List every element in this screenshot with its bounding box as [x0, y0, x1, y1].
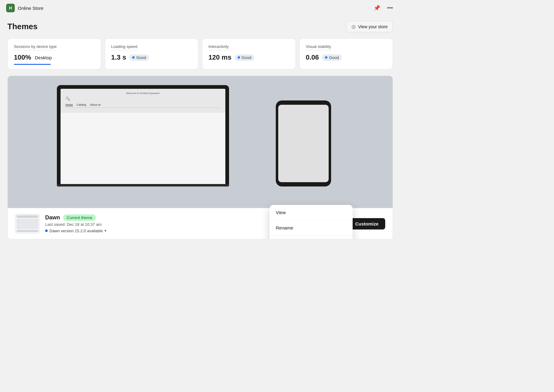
top-nav: H Online Store 📌 •••	[0, 0, 400, 16]
loading-status-dot	[132, 56, 135, 59]
screen-store-title: Welcome to Portland Eyewear!	[65, 92, 220, 95]
interactivity-status-badge: Good	[235, 54, 255, 61]
sessions-progress-bar	[14, 64, 51, 65]
nav-left: H Online Store	[6, 4, 43, 12]
view-store-label: View your store	[358, 24, 388, 29]
screen-url-bar: 🔍	[65, 96, 220, 101]
loading-status-badge: Good	[129, 54, 149, 61]
thumb-header	[17, 215, 38, 218]
thumb-body	[17, 219, 38, 229]
laptop-base	[57, 184, 229, 186]
metric-card-interactivity: Interactivity 120 ms Good	[202, 38, 296, 69]
metric-value-loading: 1.3 s	[111, 53, 126, 61]
metric-value-row-sessions: 100% Desktop	[14, 53, 95, 61]
metrics-row: Sessions by device type 100% Desktop Loa…	[0, 38, 400, 76]
dropdown-item-view[interactable]: View	[270, 205, 353, 220]
sessions-progress-fill	[14, 64, 51, 65]
visual-status-badge: Good	[322, 54, 342, 61]
eye-icon: ◎	[351, 24, 356, 29]
page-title: Themes	[7, 22, 38, 31]
screen-search-icon: 🔍	[65, 96, 70, 101]
visual-status-label: Good	[329, 55, 339, 60]
theme-version-text: Dawn version 15.2.0 available	[49, 229, 103, 233]
metric-label-visual: Visual stability	[306, 44, 331, 50]
theme-preview: Welcome to Portland Eyewear! 🔍 Home Cata…	[8, 76, 393, 208]
version-dot	[45, 229, 48, 232]
metric-card-loading: Loading speed 1.3 s Good	[105, 38, 199, 69]
page-header: Themes ◎ View your store	[0, 16, 400, 38]
metric-value-row-visual: 0.06 Good	[306, 53, 387, 61]
metric-value-sessions: 100%	[14, 53, 31, 61]
metric-value-row-interactivity: 120 ms Good	[208, 53, 289, 61]
customize-button[interactable]: Customize	[348, 218, 385, 229]
dropdown-item-rename[interactable]: Rename	[270, 220, 353, 236]
loading-status-label: Good	[136, 55, 146, 60]
more-options-button[interactable]: •••	[386, 4, 394, 13]
metric-value-row-loading: 1.3 s Good	[111, 53, 192, 61]
theme-thumbnail	[15, 214, 40, 233]
current-theme-badge: Current theme	[63, 214, 96, 221]
nav-right: 📌 •••	[372, 3, 394, 13]
version-chevron-icon: ▾	[105, 229, 106, 233]
laptop-screen-content: Welcome to Portland Eyewear! 🔍 Home Cata…	[61, 89, 225, 113]
metric-label-interactivity: Interactivity	[208, 44, 229, 50]
screen-nav-home: Home	[65, 103, 73, 106]
screen-nav-about: About us	[90, 103, 101, 106]
thumb-footer	[17, 230, 38, 232]
nav-title: Online Store	[18, 6, 43, 11]
shopify-logo: H	[6, 4, 15, 12]
laptop-screen-inner: Welcome to Portland Eyewear! 🔍 Home Cata…	[61, 89, 225, 184]
metric-value-visual: 0.06	[306, 53, 319, 61]
metric-sub-sessions: Desktop	[35, 55, 52, 60]
pin-button[interactable]: 📌	[372, 3, 382, 13]
visual-status-dot	[325, 56, 327, 59]
interactivity-status-dot	[238, 56, 240, 59]
metric-value-interactivity: 120 ms	[208, 53, 231, 61]
dropdown-menu: View Rename Duplicate Download theme fil…	[270, 205, 353, 239]
metric-card-sessions: Sessions by device type 100% Desktop	[7, 38, 101, 69]
metric-card-visual: Visual stability 0.06 Good	[299, 38, 393, 69]
laptop-mockup: Welcome to Portland Eyewear! 🔍 Home Cata…	[57, 85, 229, 202]
metric-label-sessions: Sessions by device type	[14, 44, 57, 50]
theme-section: Welcome to Portland Eyewear! 🔍 Home Cata…	[7, 76, 393, 239]
theme-name: Dawn	[45, 214, 60, 221]
view-store-button[interactable]: ◎ View your store	[346, 21, 393, 32]
laptop-screen-outer: Welcome to Portland Eyewear! 🔍 Home Cata…	[57, 85, 229, 184]
screen-nav: Home Catalog About us	[65, 103, 220, 108]
dropdown-item-duplicate[interactable]: Duplicate	[270, 236, 353, 239]
metric-label-loading: Loading speed	[111, 44, 137, 50]
screen-nav-catalog: Catalog	[77, 103, 86, 106]
phone-mockup	[276, 100, 331, 186]
interactivity-status-label: Good	[242, 55, 251, 60]
phone-screen	[278, 105, 329, 182]
